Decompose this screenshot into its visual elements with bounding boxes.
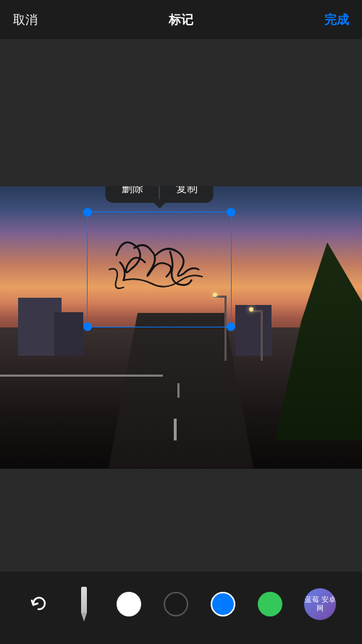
pen-body	[81, 587, 87, 613]
streetlight-2	[261, 310, 263, 361]
building-left-2	[54, 312, 83, 356]
road-marking-2	[177, 383, 180, 398]
header: 取消 标记 完成	[0, 0, 362, 39]
pen-tool[interactable]	[74, 586, 94, 622]
fence	[0, 375, 163, 389]
color-white-button[interactable]	[117, 592, 141, 616]
handle-bottom-left[interactable]	[83, 322, 92, 331]
toolbar: 蓝莓 安卓网	[0, 572, 362, 644]
done-button[interactable]: 完成	[324, 12, 349, 28]
handle-bottom-right[interactable]	[227, 322, 235, 331]
delete-button[interactable]: 删除	[106, 186, 159, 203]
photo-container: 删除 复制	[0, 186, 362, 469]
watermark-badge[interactable]: 蓝莓 安卓网	[304, 588, 336, 620]
undo-icon	[28, 593, 49, 615]
signature-svg	[88, 212, 231, 327]
pen-tip	[81, 613, 87, 622]
page-title: 标记	[169, 12, 193, 28]
color-black-button[interactable]	[164, 592, 188, 616]
color-green-button[interactable]	[258, 592, 282, 616]
copy-button[interactable]: 复制	[160, 186, 214, 203]
canvas-area[interactable]: 删除 复制	[0, 39, 362, 572]
context-menu: 删除 复制	[106, 186, 214, 203]
handle-top-left[interactable]	[83, 208, 92, 217]
cancel-button[interactable]: 取消	[13, 12, 38, 28]
watermark-text: 蓝莓 安卓网	[304, 595, 336, 613]
handle-top-right[interactable]	[227, 208, 235, 217]
road-marking	[174, 419, 177, 440]
undo-button[interactable]	[25, 591, 51, 617]
street-photo: 删除 复制	[0, 186, 362, 469]
signature-selection-box[interactable]: 删除 复制	[87, 212, 232, 327]
color-blue-button[interactable]	[211, 592, 235, 616]
